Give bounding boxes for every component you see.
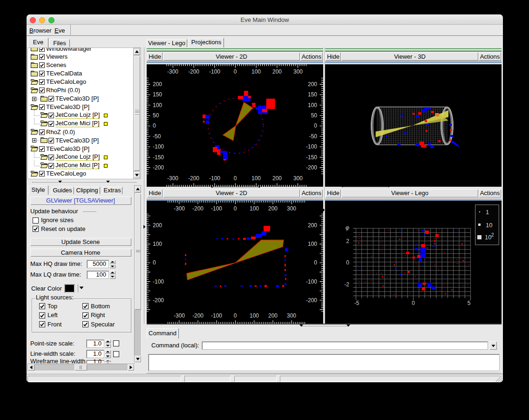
svg-text:200: 200: [272, 175, 282, 182]
svg-text:-100: -100: [209, 175, 220, 182]
svg-text:200: 200: [308, 222, 317, 229]
svg-text:-100: -100: [306, 278, 317, 285]
svg-text:2: 2: [491, 232, 494, 237]
svg-text:200: 200: [268, 205, 278, 212]
svg-text:-2: -2: [344, 281, 349, 288]
svg-text:-150: -150: [153, 154, 164, 161]
svg-text:-5: -5: [354, 300, 359, 306]
svg-text:200: 200: [272, 68, 282, 75]
svg-text:-150: -150: [306, 154, 317, 161]
svg-text:200: 200: [308, 81, 317, 88]
svg-text:2: 2: [346, 238, 349, 244]
svg-text:-100: -100: [211, 312, 222, 319]
svg-text:0: 0: [412, 300, 415, 306]
svg-text:-50: -50: [309, 133, 318, 140]
svg-text:200: 200: [153, 222, 162, 229]
svg-text:-300: -300: [167, 68, 178, 75]
svg-text:100: 100: [250, 205, 259, 212]
svg-text:-200: -200: [192, 312, 203, 319]
svg-text:-200: -200: [192, 205, 203, 212]
svg-text:-100: -100: [209, 68, 220, 75]
svg-text:300: 300: [293, 175, 303, 182]
svg-text:-300: -300: [167, 175, 178, 182]
svg-text:5: 5: [468, 300, 471, 306]
svg-text:-200: -200: [153, 297, 164, 304]
svg-text:-200: -200: [153, 164, 164, 171]
svg-text:-100: -100: [153, 278, 164, 285]
svg-text:-50: -50: [153, 133, 161, 140]
svg-text:-100: -100: [306, 143, 317, 150]
svg-text:1: 1: [486, 209, 489, 216]
svg-text:-100: -100: [153, 143, 164, 150]
svg-text:100: 100: [251, 175, 261, 182]
svg-text:0: 0: [153, 259, 156, 266]
svg-text:10: 10: [485, 234, 491, 241]
svg-text:100: 100: [250, 312, 259, 319]
svg-text:0: 0: [234, 175, 237, 182]
svg-text:100: 100: [308, 102, 317, 108]
svg-text:100: 100: [251, 68, 261, 75]
svg-text:-200: -200: [188, 68, 199, 75]
svg-text:100: 100: [153, 102, 162, 108]
svg-text:300: 300: [293, 68, 303, 75]
svg-text:-200: -200: [306, 297, 317, 304]
svg-text:200: 200: [268, 312, 278, 319]
svg-text:0: 0: [234, 205, 237, 212]
svg-text:-200: -200: [188, 175, 199, 182]
svg-text:150: 150: [308, 91, 317, 98]
svg-text:-200: -200: [306, 164, 317, 171]
svg-text:0: 0: [346, 259, 349, 266]
svg-text:0: 0: [314, 122, 317, 129]
svg-text:10: 10: [486, 222, 492, 229]
svg-text:φ: φ: [346, 224, 349, 231]
svg-text:300: 300: [287, 312, 296, 319]
svg-text:50: 50: [153, 112, 159, 119]
svg-text:300: 300: [287, 205, 296, 212]
svg-text:-100: -100: [211, 205, 222, 212]
svg-text:200: 200: [153, 81, 162, 88]
svg-text:150: 150: [153, 91, 162, 98]
svg-text:0: 0: [234, 68, 237, 75]
svg-text:-300: -300: [174, 205, 185, 212]
svg-text:0: 0: [314, 259, 317, 266]
svg-text:0: 0: [234, 312, 237, 319]
svg-text:100: 100: [153, 241, 162, 247]
svg-text:-300: -300: [174, 312, 185, 319]
svg-text:0: 0: [153, 122, 156, 129]
svg-text:100: 100: [308, 241, 317, 247]
svg-text:50: 50: [311, 112, 318, 119]
